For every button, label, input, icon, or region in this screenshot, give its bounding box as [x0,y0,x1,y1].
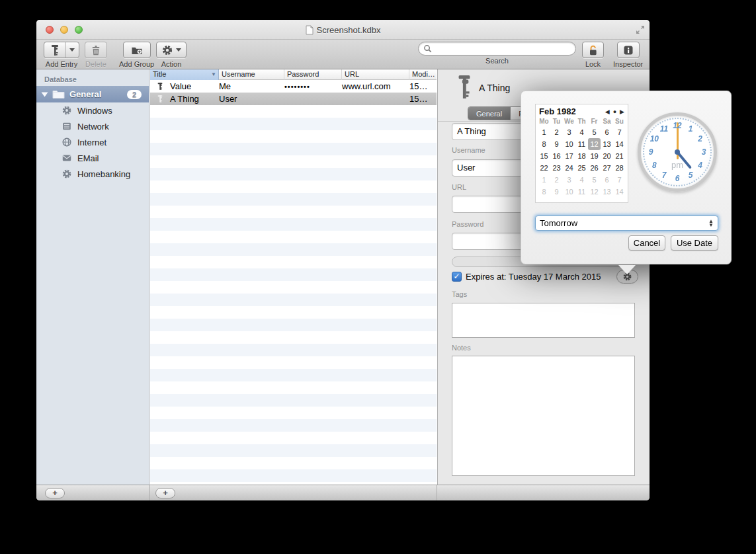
calendar-day[interactable]: 11 [575,186,588,198]
use-date-button[interactable]: Use Date [671,235,718,251]
add-entry-button[interactable] [44,42,79,58]
add-entry-footer-button[interactable]: + [155,488,175,498]
envelope-icon [62,153,72,163]
column-header-title[interactable]: Title ▼ [150,69,219,80]
calendar-day[interactable]: 10 [563,138,575,150]
calendar-day[interactable]: 9 [550,186,563,198]
calendar-day-names: MoTuWeThFrSaSu [538,117,628,126]
search-field[interactable] [435,44,575,54]
calendar-day[interactable]: 16 [550,150,563,162]
calendar-day[interactable]: 25 [575,162,588,174]
calendar-day[interactable]: 8 [538,138,550,150]
sidebar-section-header: Database [36,69,149,86]
calendar-day[interactable]: 6 [601,126,613,138]
calendar-day[interactable]: 26 [588,162,601,174]
calendar-day[interactable]: 20 [601,150,613,162]
calendar-day[interactable]: 8 [538,186,550,198]
lock-button[interactable] [582,42,604,58]
calendar-day[interactable]: 11 [575,138,588,150]
clock-number: 7 [662,171,667,180]
calendar-day[interactable]: 6 [601,174,613,186]
expires-label: Expires at: Tuesday 17 March 2015 [466,272,601,282]
fullscreen-icon[interactable] [635,24,646,35]
date-picker-popover: Feb 1982 ◀ ● ▶ MoTuWeThFrSaSu 1234567891… [521,91,732,264]
calendar-day[interactable]: 13 [601,138,613,150]
sidebar-item-windows[interactable]: Windows [36,102,149,118]
calendar-day[interactable]: 3 [563,174,575,186]
action-button[interactable] [156,42,187,58]
list-stripes [150,105,437,485]
calendar-next-button[interactable]: ▶ [620,108,624,115]
add-group-footer-button[interactable]: + [45,488,65,498]
calendar-day[interactable]: 19 [588,150,601,162]
calendar-day[interactable]: 21 [613,150,626,162]
notes-field[interactable] [452,356,635,476]
table-row-selected[interactable]: A Thing User 15… [150,93,437,105]
calendar-day[interactable]: 5 [588,174,601,186]
sidebar-item-network[interactable]: Network [36,118,149,134]
calendar-day[interactable]: 23 [550,162,563,174]
calendar-prev-button[interactable]: ◀ [605,108,610,115]
calendar-day[interactable]: 5 [588,126,601,138]
sidebar-group-general[interactable]: General 2 [36,86,149,102]
divider [437,485,437,500]
calendar-day[interactable]: 15 [538,150,550,162]
expires-checkbox[interactable]: ✓ [452,272,462,282]
column-header-url[interactable]: URL [342,69,409,80]
add-entry-dropdown[interactable] [65,42,79,58]
calendar-day[interactable]: 3 [563,126,575,138]
add-group-button[interactable] [123,42,151,58]
calendar-day[interactable]: 12 [588,186,601,198]
table-row[interactable]: Value Me •••••••• www.url.com 15… [150,80,437,93]
tags-field[interactable] [452,303,635,338]
clock-number: 2 [698,134,702,143]
delete-button[interactable] [85,42,107,58]
calendar-day[interactable]: 14 [613,186,626,198]
tags-label: Tags [452,290,467,298]
column-header-modified[interactable]: Modi… [409,69,437,80]
search-icon [423,44,432,53]
toolbar: Add Entry Delete Add Group Action [36,40,650,69]
action-label: Action [156,60,187,68]
disclosure-triangle-icon[interactable] [42,92,48,97]
calendar-day[interactable]: 18 [575,150,588,162]
calendar-day[interactable]: 28 [613,162,626,174]
calendar-day[interactable]: 1 [538,174,550,186]
tab-general[interactable]: General [468,107,510,120]
calendar-day[interactable]: 27 [601,162,613,174]
username-label: Username [452,146,485,154]
sidebar-item-homebanking[interactable]: Homebanking [36,166,149,182]
sidebar-item-internet[interactable]: Internet [36,134,149,150]
calendar-day[interactable]: 7 [613,126,626,138]
calendar-day[interactable]: 13 [601,186,613,198]
column-header-username[interactable]: Username [219,69,284,80]
calendar-day[interactable]: 2 [550,174,563,186]
calendar-day[interactable]: 12 [588,138,601,150]
column-header-password[interactable]: Password [284,69,342,80]
calendar: Feb 1982 ◀ ● ▶ MoTuWeThFrSaSu 1234567891… [535,104,628,203]
key-icon [456,75,472,100]
calendar-day[interactable]: 14 [613,138,626,150]
add-group-label: Add Group [119,60,154,68]
date-preset-select[interactable]: Tomorrow ▲ ▼ [535,216,718,231]
inspector-button[interactable] [617,42,640,58]
calendar-day[interactable]: 4 [575,126,588,138]
key-icon [49,44,61,56]
calendar-day[interactable]: 1 [538,126,550,138]
calendar-grid: 1234567891011121314151617181920212223242… [538,126,628,198]
search-input[interactable] [418,42,576,56]
calendar-today-button[interactable]: ● [613,108,616,115]
calendar-day[interactable]: 4 [575,174,588,186]
cancel-button[interactable]: Cancel [628,235,665,251]
calendar-day[interactable]: 2 [550,126,563,138]
calendar-day[interactable]: 24 [563,162,575,174]
calendar-day[interactable]: 7 [613,174,626,186]
calendar-day[interactable]: 17 [563,150,575,162]
calendar-day[interactable]: 22 [538,162,550,174]
calendar-day[interactable]: 10 [563,186,575,198]
server-icon [62,121,72,132]
folder-icon [52,89,65,99]
sort-indicator-icon: ▼ [211,72,216,77]
sidebar-item-email[interactable]: EMail [36,150,149,166]
calendar-day[interactable]: 9 [550,138,563,150]
